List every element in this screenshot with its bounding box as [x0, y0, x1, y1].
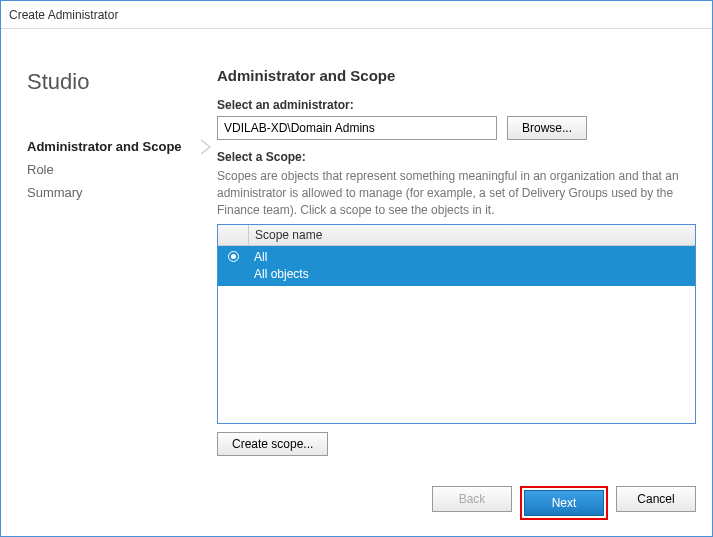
nav-step-role[interactable]: Role	[27, 158, 197, 181]
browse-button[interactable]: Browse...	[507, 116, 587, 140]
admin-row: Browse...	[217, 116, 696, 140]
admin-input[interactable]	[217, 116, 497, 140]
back-button: Back	[432, 486, 512, 512]
create-scope-row: Create scope...	[217, 432, 696, 456]
next-button[interactable]: Next	[524, 490, 604, 516]
col-name-header: Scope name	[248, 225, 695, 245]
dialog-window: Create Administrator Studio Administrato…	[0, 0, 713, 537]
scope-grid: Scope name All All objects	[217, 224, 696, 424]
next-highlight: Next	[520, 486, 608, 520]
scope-label: Select a Scope:	[217, 150, 696, 164]
wizard-sidebar: Studio Administrator and Scope Role Summ…	[17, 49, 197, 472]
col-select-header	[218, 225, 248, 245]
content-area: Studio Administrator and Scope Role Summ…	[1, 29, 712, 472]
page-heading: Administrator and Scope	[217, 67, 696, 84]
create-scope-button[interactable]: Create scope...	[217, 432, 328, 456]
scope-name: All	[254, 249, 689, 266]
scope-desc-text: All objects	[254, 266, 689, 283]
footer: Back Next Cancel	[1, 472, 712, 536]
admin-label: Select an administrator:	[217, 98, 696, 112]
nav-step-admin-scope[interactable]: Administrator and Scope	[27, 135, 197, 158]
titlebar: Create Administrator	[1, 1, 712, 29]
app-name: Studio	[27, 69, 197, 95]
main-panel: Administrator and Scope Select an admini…	[197, 49, 696, 472]
scope-name-cell: All All objects	[248, 249, 695, 283]
window-title: Create Administrator	[9, 8, 118, 22]
scope-radio-cell[interactable]	[218, 249, 248, 262]
nav-step-summary[interactable]: Summary	[27, 181, 197, 204]
scope-grid-header: Scope name	[218, 225, 695, 246]
scope-row[interactable]: All All objects	[218, 246, 695, 286]
cancel-button[interactable]: Cancel	[616, 486, 696, 512]
scope-description: Scopes are objects that represent someth…	[217, 168, 696, 218]
radio-selected-icon	[228, 251, 239, 262]
